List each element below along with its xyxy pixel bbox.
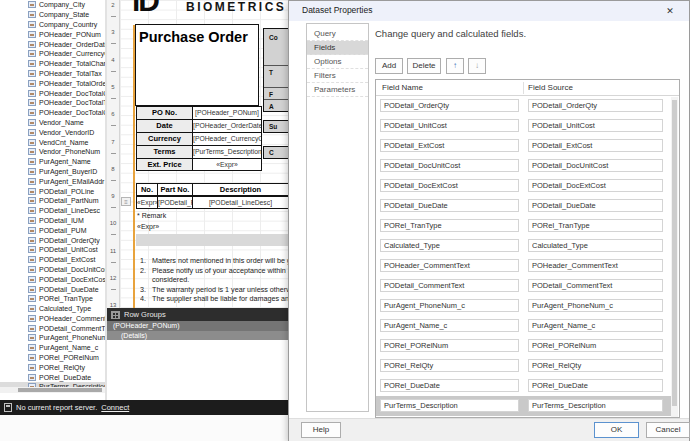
field-source-input[interactable] (528, 239, 663, 252)
dataset-field-item[interactable]: POHeader_TotalTax (0, 69, 105, 79)
dataset-field-item[interactable]: PODetail_PartNum (0, 196, 105, 206)
fields-table-scrollbar[interactable] (671, 97, 678, 417)
dataset-field-item[interactable]: VendCnt_Name (0, 137, 105, 147)
field-name-input[interactable] (380, 319, 519, 332)
field-row[interactable] (376, 156, 672, 176)
field-name-input[interactable] (380, 239, 519, 252)
field-source-input[interactable] (528, 119, 663, 132)
scrollbar-thumb[interactable] (672, 100, 677, 406)
dataset-field-item[interactable]: PORel_RelQty (0, 362, 105, 372)
field-name-input[interactable] (380, 99, 519, 112)
dataset-field-item[interactable]: POHeader_CurrencyC (0, 49, 105, 59)
field-row[interactable] (376, 356, 672, 376)
po-info-value[interactable]: [POHeader_PONum] (193, 106, 262, 119)
detail-header-cell[interactable]: No. (136, 183, 158, 196)
dialog-nav-item-parameters[interactable]: Parameters (307, 83, 368, 97)
ok-button[interactable]: OK (594, 422, 639, 438)
field-row[interactable] (376, 116, 672, 136)
field-source-input[interactable] (528, 139, 663, 152)
po-info-label[interactable]: Date (136, 119, 193, 132)
dialog-nav-item-options[interactable]: Options (307, 55, 368, 69)
field-row[interactable] (376, 216, 672, 236)
dataset-field-item[interactable]: Vendor_PhoneNum (0, 147, 105, 157)
dataset-field-item[interactable]: PODetail_OrderQty (0, 235, 105, 245)
fieldlist-horizontal-scrollbar[interactable] (0, 387, 105, 393)
dataset-field-item[interactable]: PODetail_IUM (0, 216, 105, 226)
detail-cell[interactable]: [PODetail_LineDesc] (193, 196, 289, 209)
field-name-input[interactable] (380, 159, 519, 172)
field-name-input[interactable] (380, 119, 519, 132)
dataset-field-item[interactable]: PODetail_DocUnitCos (0, 265, 105, 275)
dataset-field-item[interactable]: Vendor_VendorID (0, 127, 105, 137)
add-button[interactable]: Add (375, 58, 403, 74)
po-info-label[interactable]: PO No. (136, 106, 193, 119)
po-info-value[interactable]: «Expr» (193, 158, 262, 171)
dataset-field-item[interactable]: POHeader_TotalChar (0, 59, 105, 69)
field-name-input[interactable] (380, 279, 519, 292)
detail-cell[interactable]: «Expr» (136, 196, 158, 209)
dataset-field-item[interactable]: POHeader_Comment (0, 314, 105, 324)
field-source-input[interactable] (528, 219, 663, 232)
detail-header-cell[interactable]: Description (193, 183, 289, 196)
po-info-label[interactable]: Currency (136, 132, 193, 145)
dataset-field-item[interactable]: POHeader_OrderDate (0, 39, 105, 49)
field-name-input[interactable] (380, 379, 519, 392)
field-source-input[interactable] (528, 159, 663, 172)
dataset-field-item[interactable]: POHeader_PONum (0, 29, 105, 39)
dataset-field-item[interactable]: Company_City (0, 0, 105, 10)
field-source-input[interactable] (528, 359, 663, 372)
field-source-input[interactable] (528, 319, 663, 332)
dataset-field-item[interactable]: Company_Country (0, 20, 105, 30)
field-row[interactable] (376, 196, 672, 216)
field-name-input[interactable] (380, 199, 519, 212)
field-row[interactable] (376, 316, 672, 336)
detail-cell[interactable]: [PODetail_PartNum] (158, 196, 193, 209)
dataset-field-item[interactable]: PODetail_DocExtCost (0, 274, 105, 284)
dataset-field-item[interactable]: PurAgent_PhoneNum (0, 333, 105, 343)
dataset-field-item[interactable]: PODetail_PUM (0, 225, 105, 235)
field-row[interactable] (376, 396, 672, 416)
help-button[interactable]: Help (301, 422, 341, 438)
po-info-value[interactable]: [POHeader_CurrencyCo] (193, 132, 262, 145)
field-name-input[interactable] (380, 259, 519, 272)
field-row[interactable] (376, 296, 672, 316)
row-group-item[interactable]: (Details) (107, 331, 290, 341)
po-info-value[interactable]: [PurTerms_Description] (193, 145, 262, 158)
dataset-field-item[interactable]: PORel_TranType (0, 294, 105, 304)
field-source-input[interactable] (528, 199, 663, 212)
field-name-input[interactable] (380, 299, 519, 312)
field-source-input[interactable] (528, 259, 663, 272)
field-name-input[interactable] (380, 339, 519, 352)
dataset-field-item[interactable]: Calculated_Type (0, 304, 105, 314)
field-name-input[interactable] (380, 359, 519, 372)
field-source-input[interactable] (528, 279, 663, 292)
dataset-field-item[interactable]: PODetail_DueDate (0, 284, 105, 294)
dialog-titlebar[interactable]: Dataset Properties ✕ (289, 1, 689, 21)
field-name-input[interactable] (380, 139, 519, 152)
field-row[interactable] (376, 276, 672, 296)
cancel-button[interactable]: Cancel (646, 422, 690, 438)
field-row[interactable] (376, 236, 672, 256)
dataset-field-item[interactable]: Vendor_Name (0, 118, 105, 128)
dataset-field-item[interactable]: PurAgent_Name (0, 157, 105, 167)
remark-text[interactable]: * Remark (137, 212, 166, 219)
row-group-item[interactable]: (POHeader_PONum) (107, 321, 290, 331)
field-row[interactable] (376, 176, 672, 196)
dataset-field-item[interactable]: PODetail_POLine (0, 186, 105, 196)
report-header-right-column[interactable]: CoTFA (263, 28, 290, 112)
dataset-field-item[interactable]: PODetail_LineDesc (0, 206, 105, 216)
move-down-button[interactable]: ↓ (468, 58, 486, 74)
dataset-field-item[interactable]: PORel_PORelNum (0, 353, 105, 363)
expression-placeholder[interactable]: «Expr» (137, 223, 159, 230)
field-source-input[interactable] (528, 179, 663, 192)
field-name-input[interactable] (380, 179, 519, 192)
field-source-input[interactable] (528, 339, 663, 352)
move-up-button[interactable]: ↑ (446, 58, 464, 74)
field-row[interactable] (376, 256, 672, 276)
dataset-field-item[interactable]: POHeader_DocTotalC (0, 108, 105, 118)
dialog-nav-item-filters[interactable]: Filters (307, 69, 368, 83)
field-source-input[interactable] (528, 299, 663, 312)
dialog-nav-item-fields[interactable]: Fields (307, 41, 368, 55)
field-source-input[interactable] (528, 379, 663, 392)
dataset-field-item[interactable]: PurAgent_Name_c (0, 343, 105, 353)
